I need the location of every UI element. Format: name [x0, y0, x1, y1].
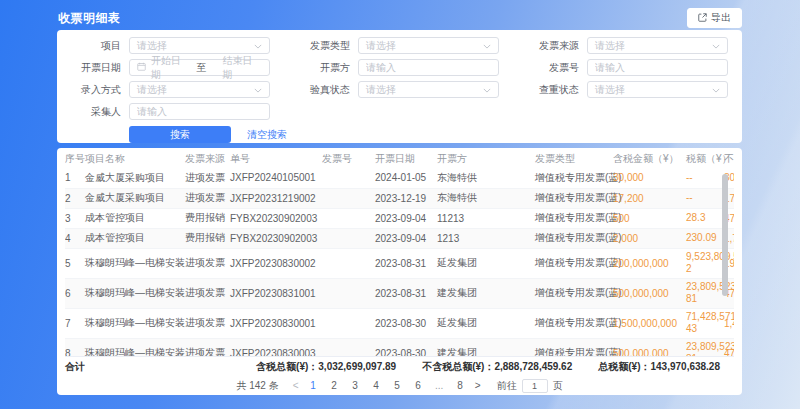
table-row[interactable]: 6珠穆朗玛峰—电梯安装进项发票JXFP202308310012023-08-31…: [65, 278, 734, 308]
col-header-source: 发票来源: [185, 150, 230, 168]
entry-method-label: 录入方式: [63, 83, 121, 97]
table-row[interactable]: 8珠穆朗玛峰—电梯安装进项发票JXFP202308300032023-08-30…: [65, 338, 734, 356]
invoice-no-input-wrap: [587, 59, 728, 76]
collector-field: 采集人: [63, 103, 270, 120]
cell-date: 2023-08-31: [375, 248, 437, 278]
cell-no: 4: [65, 228, 85, 248]
col-header-issuer: 开票方: [437, 150, 535, 168]
cell-date: 2023-12-19: [375, 188, 437, 208]
cell-type: 增值税专用发票(蓝): [535, 228, 613, 248]
table-row[interactable]: 2金威大厦采购项目进项发票JXFP202312190022023-12-19东海…: [65, 188, 734, 208]
cell-type: 增值税专用发票(蓝): [535, 338, 613, 356]
cell-project: 成本管控项目: [85, 228, 185, 248]
project-label: 项目: [63, 39, 121, 53]
cell-tax: 23,809,523.81: [686, 278, 724, 308]
cell-amount-incl: 30,000: [613, 168, 686, 188]
page-number-2[interactable]: 2: [327, 380, 342, 391]
verify-status-select[interactable]: 请选择: [358, 81, 499, 98]
clear-search-link[interactable]: 清空搜索: [247, 128, 287, 142]
cell-type: 增值税专用发票(蓝): [535, 308, 613, 338]
table-row[interactable]: 5珠穆朗玛峰—电梯安装进项发票JXFP202308300022023-08-31…: [65, 248, 734, 278]
cell-type: 增值税专用发票(蓝): [535, 168, 613, 188]
cell-source: 进项发票: [185, 308, 230, 338]
col-header-tax: 税额（¥）: [686, 150, 724, 168]
cell-source: 费用报销: [185, 228, 230, 248]
page-numbers: 123456...8: [303, 380, 471, 391]
cell-tax: --: [686, 168, 724, 188]
page-number-5[interactable]: 5: [390, 380, 405, 391]
page-number-1[interactable]: 1: [306, 380, 321, 391]
table-row[interactable]: 1金威大厦采购项目进项发票JXFP202401050012024-01-05东海…: [65, 168, 734, 188]
cell-order-no: FYBX20230902003: [230, 208, 322, 228]
cell-source: 进项发票: [185, 278, 230, 308]
table-body: 1金威大厦采购项目进项发票JXFP202401050012024-01-05东海…: [65, 168, 734, 356]
cell-project: 珠穆朗玛峰—电梯安装: [85, 278, 185, 308]
cell-source: 费用报销: [185, 208, 230, 228]
invoice-no-field: 发票号: [521, 59, 728, 76]
search-button[interactable]: 搜索: [129, 126, 231, 143]
cell-project: 成本管控项目: [85, 208, 185, 228]
invoice-date-range-picker[interactable]: 开始日期 至 结束日期: [129, 59, 270, 76]
cell-project: 珠穆朗玛峰—电梯安装: [85, 338, 185, 356]
col-header-date: 开票日期: [375, 150, 437, 168]
chevron-down-icon: [712, 40, 720, 51]
page-number-6[interactable]: 6: [411, 380, 426, 391]
invoice-type-select[interactable]: 请选择: [358, 37, 499, 54]
cell-no: 6: [65, 278, 85, 308]
cell-amount-incl: 500,000,000: [613, 338, 686, 356]
goto-page-input[interactable]: [522, 379, 548, 393]
pagination: 共 142 条 < 123456...8 > 前往 页: [65, 376, 734, 395]
col-header-type: 发票类型: [535, 150, 613, 168]
cell-issuer: 延发集团: [437, 308, 535, 338]
cell-tax: 230.09: [686, 228, 724, 248]
page-number-8[interactable]: 8: [453, 380, 468, 391]
page-ellipsis[interactable]: ...: [432, 380, 447, 391]
vertical-scrollbar-thumb[interactable]: [722, 174, 728, 296]
cell-project: 金威大厦采购项目: [85, 168, 185, 188]
cell-invoice-no: [322, 168, 375, 188]
chevron-right-icon[interactable]: >: [471, 380, 485, 391]
chevron-left-icon[interactable]: <: [289, 380, 303, 391]
cell-order-no: JXFP20230830001: [230, 308, 322, 338]
cell-issuer: 东海特供: [437, 168, 535, 188]
cell-source: 进项发票: [185, 338, 230, 356]
cell-issuer: 11213: [437, 208, 535, 228]
calendar-icon: [137, 62, 146, 73]
invoice-source-select[interactable]: 请选择: [587, 37, 728, 54]
project-select[interactable]: 请选择: [129, 37, 270, 54]
cell-issuer: 延发集团: [437, 248, 535, 278]
topbar: 收票明细表 导出: [58, 6, 742, 30]
cell-no: 5: [65, 248, 85, 278]
cell-date: 2023-08-30: [375, 308, 437, 338]
col-header-order-no: 单号: [230, 150, 322, 168]
project-field: 项目 请选择: [63, 37, 270, 54]
cell-amount-incl: 500,000,000: [613, 278, 686, 308]
cell-type: 增值税专用发票(蓝): [535, 278, 613, 308]
end-date-placeholder: 结束日期: [213, 54, 263, 82]
cell-date: 2023-09-04: [375, 208, 437, 228]
total-excl-tax: 不含税总额(¥)：2,888,728,459.62: [422, 360, 572, 374]
cell-issuer: 东海特供: [437, 188, 535, 208]
table-row[interactable]: 7珠穆朗玛峰—电梯安装进项发票JXFP202308300012023-08-30…: [65, 308, 734, 338]
collector-input[interactable]: [137, 106, 262, 117]
page-number-4[interactable]: 4: [369, 380, 384, 391]
cell-tax: 28.3: [686, 208, 724, 228]
invoice-no-input[interactable]: [595, 62, 720, 73]
entry-method-select[interactable]: 请选择: [129, 81, 270, 98]
table-row[interactable]: 4成本管控项目费用报销FYBX202309020032023-09-041213…: [65, 228, 734, 248]
table-scroll-area[interactable]: 序号 项目名称 发票来源 单号 发票号 开票日期 开票方 发票类型 含税金额（¥…: [65, 150, 734, 356]
cell-order-no: JXFP20240105001: [230, 168, 322, 188]
export-button[interactable]: 导出: [687, 8, 742, 28]
cell-order-no: FYBX20230902003: [230, 228, 322, 248]
issuer-input[interactable]: [366, 62, 491, 73]
table-row[interactable]: 3成本管控项目费用报销FYBX202309020032023-09-041121…: [65, 208, 734, 228]
cell-no: 7: [65, 308, 85, 338]
invoice-source-field: 发票来源 请选择: [521, 37, 728, 54]
verify-status-field: 验真状态 请选择: [292, 81, 499, 98]
dup-status-select[interactable]: 请选择: [587, 81, 728, 98]
invoice-type-label: 发票类型: [292, 39, 350, 53]
page-number-3[interactable]: 3: [348, 380, 363, 391]
date-separator: 至: [191, 61, 213, 75]
cell-date: 2024-01-05: [375, 168, 437, 188]
cell-issuer: 建发集团: [437, 338, 535, 356]
